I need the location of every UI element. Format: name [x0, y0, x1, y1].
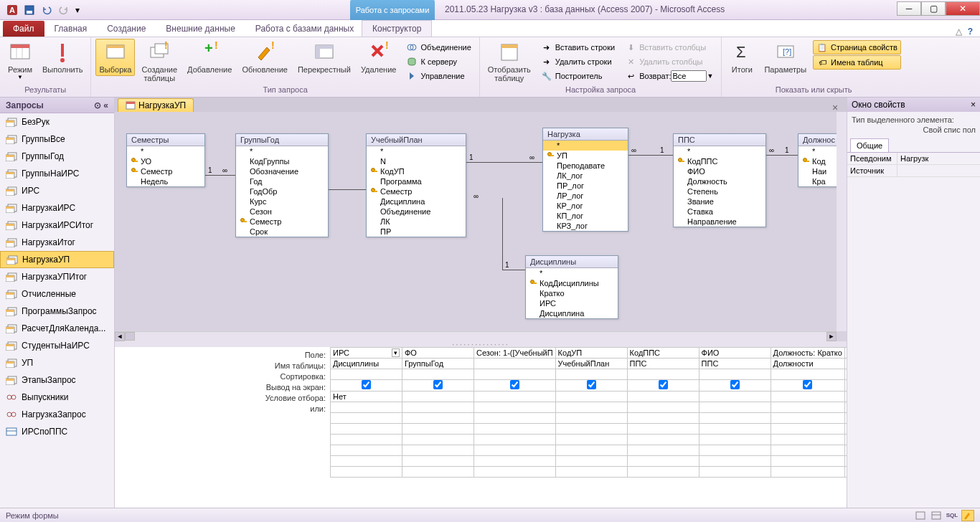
grid-cell[interactable]: ГруппыГод: [402, 359, 474, 369]
grid-cell[interactable]: ФО: [402, 348, 474, 359]
grid-cell[interactable]: [555, 445, 627, 456]
grid-cell[interactable]: ППС: [844, 359, 847, 369]
minimize-button[interactable]: ─: [897, 1, 921, 16]
grid-cell[interactable]: ИРС ▾: [331, 348, 402, 359]
table-field[interactable]: *: [543, 141, 628, 151]
grid-cell[interactable]: [627, 369, 699, 380]
table-field[interactable]: Семестр: [127, 166, 204, 176]
grid-cell[interactable]: [402, 369, 474, 380]
table-field[interactable]: Дисциплина: [526, 308, 618, 318]
grid-cell[interactable]: [699, 456, 771, 467]
grid-cell[interactable]: [474, 392, 556, 402]
grid-cell[interactable]: [627, 380, 699, 392]
table-field[interactable]: Курс: [236, 196, 328, 207]
nav-item[interactable]: НагрузкаЗапрос: [0, 406, 114, 423]
nav-item[interactable]: НагрузкаИтог: [0, 234, 114, 251]
tab-design[interactable]: Конструктор: [362, 20, 432, 37]
propsheet-close-icon[interactable]: ×: [971, 100, 976, 110]
grid-cell[interactable]: [627, 402, 699, 413]
table-field[interactable]: Обозначение: [236, 166, 328, 176]
grid-cell[interactable]: [771, 435, 844, 445]
grid-cell[interactable]: [844, 435, 847, 445]
run-button[interactable]: Выполнить: [39, 39, 86, 76]
table-field[interactable]: *: [367, 146, 466, 156]
table-field[interactable]: *: [674, 146, 765, 156]
grid-cell[interactable]: КодУП: [555, 348, 627, 359]
grid-cell[interactable]: [844, 424, 847, 435]
grid-cell[interactable]: [699, 402, 771, 413]
view-sql-icon[interactable]: SQL: [946, 510, 958, 521]
grid-cell[interactable]: КодППС: [627, 348, 699, 359]
propsheet-grid[interactable]: ПсевдонимНагрузкИсточник: [847, 153, 980, 508]
table-field[interactable]: Кратко: [526, 288, 618, 298]
make-table-button[interactable]: !Создание таблицы: [138, 39, 181, 85]
nav-item[interactable]: БезРук: [0, 113, 114, 130]
grid-cell[interactable]: [555, 435, 627, 445]
propsheet-tab-general[interactable]: Общие: [850, 138, 889, 152]
grid-cell[interactable]: [474, 467, 556, 478]
return-button[interactable]: ↩Возврат: ▼: [621, 69, 717, 83]
update-button[interactable]: !Обновление: [238, 39, 291, 76]
grid-cell[interactable]: [771, 467, 844, 478]
show-table-button[interactable]: Отобразить таблицу: [484, 39, 534, 85]
nav-item[interactable]: НагрузкаИРСИтог: [0, 217, 114, 234]
tab-external-data[interactable]: Внешние данные: [156, 21, 245, 37]
grid-cell[interactable]: [771, 424, 844, 435]
grid-cell[interactable]: [771, 369, 844, 380]
grid-cell[interactable]: [331, 424, 402, 435]
grid-cell[interactable]: [331, 467, 402, 478]
table-box[interactable]: ГруппыГод*КодГруппыОбозначениеГодГодОбрК…: [235, 133, 329, 237]
nav-item[interactable]: Отчисленные: [0, 285, 114, 303]
table-field[interactable]: ПР: [367, 227, 466, 237]
grid-cell[interactable]: УчебныйПлан: [555, 359, 627, 369]
grid-cell[interactable]: [844, 380, 847, 392]
parameters-button[interactable]: [?]Параметры: [760, 39, 810, 76]
grid-cell[interactable]: [699, 424, 771, 435]
nav-item[interactable]: Выпускники: [0, 389, 114, 406]
grid-cell[interactable]: [402, 380, 474, 392]
grid-cell[interactable]: [844, 467, 847, 478]
grid-cell[interactable]: [844, 369, 847, 380]
grid-cell[interactable]: [627, 445, 699, 456]
grid-cell[interactable]: [402, 424, 474, 435]
view-form-icon[interactable]: [930, 510, 943, 521]
grid-columns[interactable]: ИРС ▾ФОСезон: 1-([УчебныйПКодУПКодППСФИО…: [330, 347, 847, 508]
return-input[interactable]: [671, 70, 707, 82]
table-field[interactable]: Недель: [127, 176, 204, 186]
table-field[interactable]: КодДисциплины: [526, 278, 618, 288]
tab-home[interactable]: Главная: [44, 21, 98, 37]
nav-item[interactable]: СтудентыНаИРС: [0, 337, 114, 354]
property-sheet-button[interactable]: 📋Страница свойств: [813, 40, 901, 54]
grid-cell[interactable]: [331, 380, 402, 392]
grid-cell[interactable]: [555, 369, 627, 380]
close-button[interactable]: ✕: [946, 1, 980, 16]
table-field[interactable]: КП_лог: [543, 211, 628, 221]
nav-item[interactable]: ИРС: [0, 182, 114, 199]
table-field[interactable]: КР_лог: [543, 201, 628, 211]
append-button[interactable]: +!Добавление: [184, 39, 235, 76]
nav-item[interactable]: РасчетДляКаленда...: [0, 320, 114, 337]
table-field[interactable]: КодУП: [367, 166, 466, 176]
table-box[interactable]: Семестры*УОСеместрНедель: [126, 133, 205, 187]
table-field[interactable]: Объединение: [367, 207, 466, 217]
table-field[interactable]: *: [236, 146, 328, 156]
prop-row[interactable]: Источник: [847, 165, 980, 177]
maximize-button[interactable]: ▢: [921, 1, 946, 16]
grid-cell[interactable]: Сезон: 1-([УчебныйП: [474, 348, 556, 359]
save-icon[interactable]: [22, 3, 37, 17]
table-field[interactable]: УО: [127, 156, 204, 166]
grid-cell[interactable]: [331, 456, 402, 467]
nav-item[interactable]: ГруппыНаИРС: [0, 165, 114, 182]
table-field[interactable]: ИРС: [526, 298, 618, 308]
delete-rows-button[interactable]: ➜Удалить строки: [537, 54, 618, 69]
tab-create[interactable]: Создание: [97, 21, 156, 37]
doc-tab[interactable]: НагрузкаУП: [118, 98, 194, 112]
table-field[interactable]: УП: [543, 151, 628, 161]
show-checkbox[interactable]: [362, 380, 371, 389]
table-names-button[interactable]: 🏷Имена таблиц: [813, 55, 901, 70]
doc-close-icon[interactable]: ×: [832, 102, 842, 112]
nav-item[interactable]: ПрограммыЗапрос: [0, 303, 114, 320]
table-field[interactable]: КодГруппы: [236, 156, 328, 166]
grid-cell[interactable]: [771, 445, 844, 456]
table-header[interactable]: ППС: [674, 134, 765, 146]
